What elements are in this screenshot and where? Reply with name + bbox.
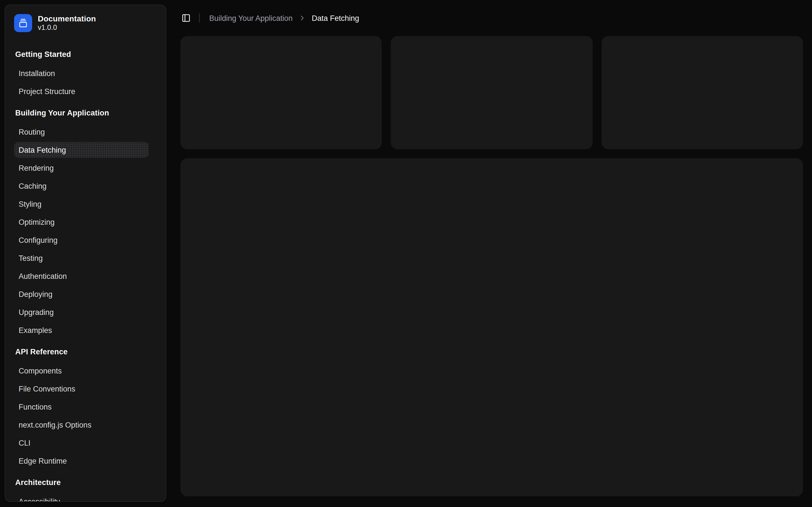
sidebar-item-accessibility[interactable]: Accessibility — [14, 494, 149, 502]
sidebar-item-routing[interactable]: Routing — [14, 124, 149, 140]
sidebar-item-testing[interactable]: Testing — [14, 250, 149, 266]
app-logo — [14, 14, 32, 32]
sidebar-item-data-fetching[interactable]: Data Fetching — [14, 142, 149, 158]
sidebar-menu-api-reference: ComponentsFile ConventionsFunctionsnext.… — [14, 360, 149, 469]
main-content — [181, 36, 803, 496]
breadcrumb: Building Your Application Data Fetching — [209, 14, 359, 22]
sidebar-group-label-api-reference: API Reference — [14, 342, 149, 360]
sidebar-item-functions[interactable]: Functions — [14, 399, 149, 414]
chevron-right-icon — [298, 14, 306, 22]
sidebar-toggle-button[interactable] — [178, 10, 194, 26]
sidebar-menu-getting-started: InstallationProject Structure — [14, 63, 149, 99]
header-separator — [199, 13, 200, 22]
sidebar-item-authentication[interactable]: Authentication — [14, 268, 149, 284]
app-title-block: Documentation v1.0.0 — [38, 14, 96, 32]
sidebar-menu-architecture: Accessibility — [14, 491, 149, 502]
breadcrumb-section-link[interactable]: Building Your Application — [209, 14, 293, 22]
placeholder-card-3 — [601, 36, 803, 149]
sidebar-group-getting-started: Getting StartedInstallationProject Struc… — [14, 45, 149, 99]
sidebar-group-api-reference: API ReferenceComponentsFile ConventionsF… — [14, 342, 149, 469]
sidebar-group-label-getting-started: Getting Started — [14, 45, 149, 63]
sidebar-item-edge-runtime[interactable]: Edge Runtime — [14, 453, 149, 469]
panel-left-icon — [182, 13, 191, 22]
placeholder-content-panel — [181, 158, 803, 496]
sidebar-item-optimizing[interactable]: Optimizing — [14, 214, 149, 230]
sidebar-item-configuring[interactable]: Configuring — [14, 232, 149, 248]
sidebar-item-deploying[interactable]: Deploying — [14, 286, 149, 302]
sidebar-header[interactable]: Documentation v1.0.0 — [5, 5, 166, 32]
sidebar-group-label-architecture: Architecture — [14, 473, 149, 491]
sidebar-item-styling[interactable]: Styling — [14, 196, 149, 212]
placeholder-card-2 — [391, 36, 593, 149]
sidebar-item-file-conventions[interactable]: File Conventions — [14, 381, 149, 397]
sidebar-item-next-config-js-options[interactable]: next.config.js Options — [14, 417, 149, 433]
sidebar-group-building-your-application: Building Your ApplicationRoutingData Fet… — [14, 104, 149, 338]
app-window: Documentation v1.0.0 Getting StartedInst… — [0, 0, 812, 507]
sidebar-item-examples[interactable]: Examples — [14, 322, 149, 338]
app-version: v1.0.0 — [38, 24, 96, 32]
sidebar-item-upgrading[interactable]: Upgrading — [14, 304, 149, 320]
app-title: Documentation — [38, 14, 96, 24]
sidebar-item-components[interactable]: Components — [14, 363, 149, 379]
placeholder-card-1 — [181, 36, 382, 149]
placeholder-card-row — [181, 36, 803, 149]
sidebar: Documentation v1.0.0 Getting StartedInst… — [4, 4, 166, 502]
sidebar-item-rendering[interactable]: Rendering — [14, 160, 149, 176]
sidebar-item-caching[interactable]: Caching — [14, 178, 149, 194]
sidebar-menu-building-your-application: RoutingData FetchingRenderingCachingStyl… — [14, 122, 149, 338]
sidebar-group-label-building-your-application: Building Your Application — [14, 104, 149, 122]
sidebar-item-project-structure[interactable]: Project Structure — [14, 83, 149, 99]
sidebar-item-installation[interactable]: Installation — [14, 65, 149, 81]
sidebar-item-cli[interactable]: CLI — [14, 435, 149, 451]
main-header: Building Your Application Data Fetching — [181, 0, 803, 36]
sidebar-group-architecture: ArchitectureAccessibility — [14, 473, 149, 502]
breadcrumb-current-page: Data Fetching — [312, 14, 359, 22]
sidebar-nav: Getting StartedInstallationProject Struc… — [5, 45, 166, 502]
gallery-vertical-end-icon — [18, 18, 28, 27]
